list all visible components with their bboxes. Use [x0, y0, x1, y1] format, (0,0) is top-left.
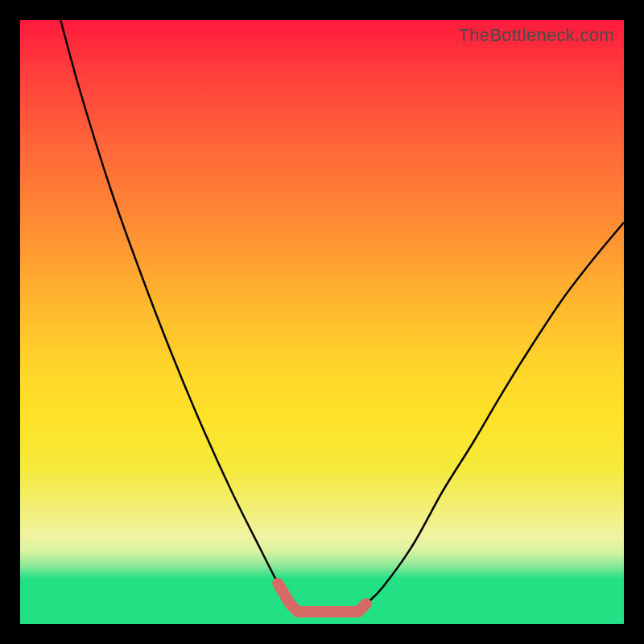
chart-plot-area: TheBottleneck.com — [20, 20, 624, 624]
left-curve — [60, 20, 298, 612]
right-curve — [358, 222, 624, 612]
chart-svg — [20, 20, 624, 624]
bottom-mark — [278, 584, 365, 612]
chart-frame: TheBottleneck.com — [0, 0, 644, 644]
